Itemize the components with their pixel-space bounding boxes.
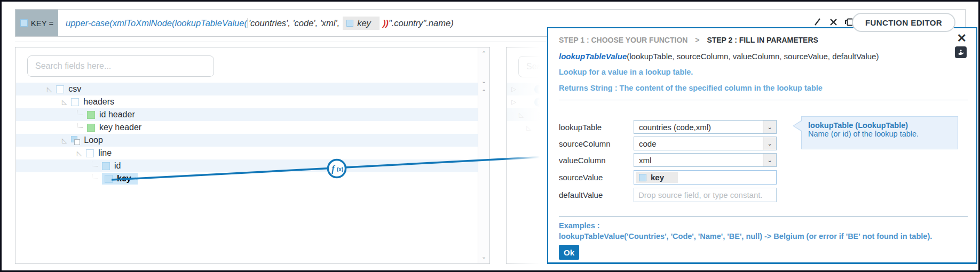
formula-field-chip[interactable]: key: [343, 17, 380, 30]
scroll-up-icon[interactable]: ⌃: [481, 88, 486, 95]
element-icon: [86, 149, 94, 157]
expander-icon[interactable]: ◺: [62, 137, 67, 144]
tree-item-line[interactable]: ◺ line: [16, 147, 478, 159]
tree-branch-icon: [77, 110, 83, 115]
param-row-valuecolumn: valueColumn xml ⌄: [559, 153, 777, 167]
formula-expression[interactable]: upper-case(xmlToXmlNode(lookupTableValue…: [58, 10, 454, 36]
tree-item-headers[interactable]: ◺ headers: [16, 95, 478, 108]
param-label: lookupTable: [559, 123, 634, 132]
param-row-lookuptable: lookupTable countries (code,xml) ⌄: [559, 120, 777, 134]
tree-branch-icon: [92, 174, 98, 179]
tree-item-key-header[interactable]: key header: [16, 121, 478, 134]
param-label: sourceValue: [559, 173, 634, 182]
divider: [559, 100, 968, 100]
mapped-field-icon: [87, 124, 95, 132]
tree-label: key: [117, 174, 131, 183]
lookup-table-select[interactable]: countries (code,xml) ⌄: [634, 120, 777, 134]
tree-item-id[interactable]: id: [16, 159, 478, 172]
expander-icon[interactable]: ◺: [47, 85, 52, 93]
chip-label: key: [651, 173, 664, 182]
scroll-down-icon[interactable]: ⌄: [481, 253, 486, 260]
function-description: Lookup for a value in a lookup table.: [559, 68, 693, 76]
dialog-steps: STEP 1 : CHOOSE YOUR FUNCTION > STEP 2 :…: [559, 36, 818, 44]
scroll-down-icon[interactable]: ⌄: [481, 77, 486, 85]
close-icon[interactable]: ✕: [957, 33, 967, 44]
function-returns: Returns String : The content of the spec…: [559, 84, 823, 92]
field-icon: [346, 20, 353, 27]
expander-icon[interactable]: ◺: [62, 98, 67, 106]
default-value-input[interactable]: [634, 188, 776, 202]
chevron-down-icon[interactable]: ⌄: [763, 121, 776, 133]
function-name: lookupTableValue: [559, 52, 627, 61]
info-badge-icon: i: [534, 85, 543, 94]
tree-item-csv[interactable]: ◺ csv: [16, 83, 478, 95]
chevron-down-icon[interactable]: ⌄: [763, 137, 776, 150]
param-row-sourcevalue: sourceValue key: [559, 170, 777, 185]
divider: [559, 216, 968, 217]
tree-label: id header: [99, 110, 135, 119]
element-icon: [71, 98, 79, 106]
formula-suffix: ".country".name): [389, 18, 454, 28]
tree-item-id-header[interactable]: id header: [16, 108, 478, 121]
expander-icon[interactable]: ◺: [526, 124, 531, 131]
select-value: countries (code,xml): [639, 123, 711, 132]
function-parameters-dialog: STEP 1 : CHOOSE YOUR FUNCTION > STEP 2 :…: [547, 27, 977, 264]
scroll-up-icon[interactable]: ⌃: [481, 50, 486, 57]
formula-chip-label: key: [357, 18, 371, 28]
expander-icon[interactable]: ▷: [511, 98, 516, 106]
source-value-field[interactable]: key: [634, 170, 777, 185]
source-column-select[interactable]: code ⌄: [634, 137, 777, 150]
field-icon: [102, 162, 110, 170]
formula-arguments: 'countries', 'code', 'xml',: [249, 18, 339, 28]
tree-label: headers: [83, 97, 114, 107]
source-field-tree: ◺ csv ◺ headers id header key header ◺ L…: [16, 83, 478, 185]
edit-formula-icon[interactable]: [812, 17, 823, 27]
tree-label: csv: [68, 84, 81, 94]
clear-formula-icon[interactable]: [828, 17, 839, 27]
expander-icon[interactable]: ◺: [77, 149, 82, 157]
example-text: lookupTableValue('Countries', 'Code', 'N…: [559, 232, 932, 241]
left-panel-scrollbar[interactable]: ⌃ ⌄ ⌃ ⌄: [478, 47, 489, 263]
examples-label: Examples :: [559, 221, 600, 230]
formula-functions: upper-case(xmlToXmlNode(lookupTableValue…: [66, 18, 247, 28]
field-type-icon: [20, 19, 28, 27]
chevron-down-icon[interactable]: ⌄: [763, 154, 776, 166]
expander-icon[interactable]: ▷: [511, 85, 516, 93]
step2-breadcrumb: STEP 2 : FILL IN PARAMETERS: [707, 36, 818, 44]
function-signature: lookupTableValue(lookupTable, sourceColu…: [559, 52, 879, 61]
element-icon: [56, 85, 64, 93]
text-caret: [248, 18, 248, 28]
source-fields-panel: ◺ csv ◺ headers id header key header ◺ L…: [15, 47, 490, 264]
tree-label: line: [98, 148, 112, 158]
tooltip-title: lookupTable (LookupTable): [808, 121, 951, 130]
breadcrumb-separator: >: [695, 36, 699, 44]
source-search-box: [27, 55, 214, 77]
app-logo-icon[interactable]: [955, 46, 967, 58]
value-column-select[interactable]: xml ⌄: [634, 153, 777, 167]
selected-field-chip[interactable]: key: [102, 173, 138, 185]
field-icon: [105, 175, 113, 183]
mapped-field-icon: [87, 111, 95, 119]
tree-label: id: [114, 161, 121, 171]
tree-label: Loop: [84, 135, 103, 145]
step1-breadcrumb[interactable]: STEP 1 : CHOOSE YOUR FUNCTION: [559, 36, 687, 44]
field-icon: [639, 174, 646, 181]
formula-parens: )): [383, 18, 389, 28]
tree-item-key[interactable]: key: [16, 172, 478, 185]
divider: [15, 42, 547, 42]
select-value: code: [639, 139, 657, 148]
tree-label: key header: [99, 123, 141, 132]
tooltip-body: Name (or id) of the lookup table.: [808, 130, 951, 138]
expander-icon[interactable]: ◺: [519, 111, 524, 118]
param-tooltip: lookupTable (LookupTable) Name (or id) o…: [801, 116, 958, 149]
formula-toolbar: [812, 16, 854, 28]
param-label: sourceColumn: [559, 139, 634, 148]
function-editor-button[interactable]: FUNCTION EDITOR: [852, 13, 955, 32]
source-field-chip[interactable]: key: [636, 172, 678, 183]
tree-item-loop[interactable]: ◺ Loop: [16, 134, 478, 147]
ok-button[interactable]: Ok: [559, 245, 579, 260]
loop-icon: [71, 136, 80, 145]
param-row-sourcecolumn: sourceColumn code ⌄: [559, 137, 777, 150]
source-search-input[interactable]: [28, 56, 214, 76]
param-label: defaultValue: [559, 190, 634, 199]
